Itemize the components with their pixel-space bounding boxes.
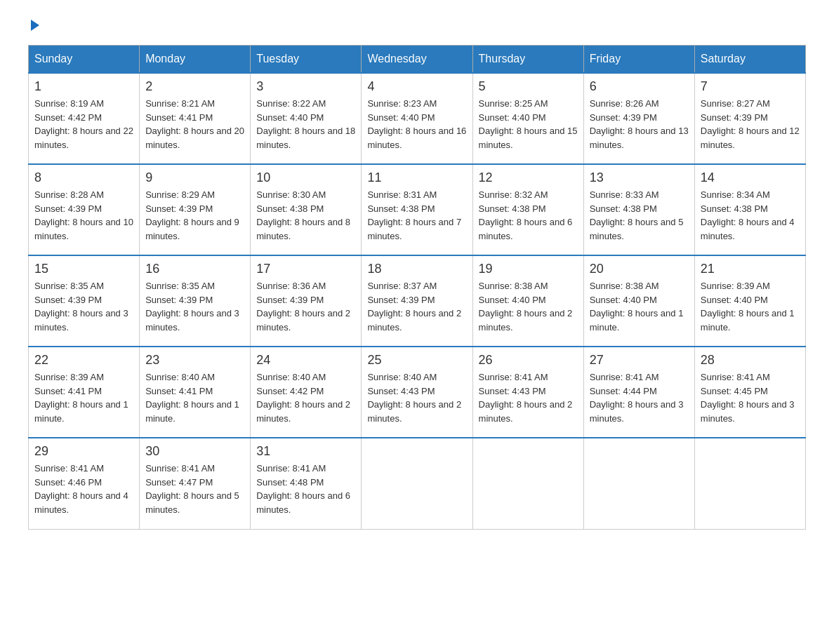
calendar-cell: 31 Sunrise: 8:41 AM Sunset: 4:48 PM Dayl…: [251, 438, 362, 529]
day-info: Sunrise: 8:36 AM Sunset: 4:39 PM Dayligh…: [256, 279, 355, 334]
calendar-cell: 6 Sunrise: 8:26 AM Sunset: 4:39 PM Dayli…: [583, 73, 694, 164]
day-number: 25: [367, 353, 466, 368]
day-number: 9: [145, 170, 244, 185]
calendar-cell: [694, 438, 805, 529]
day-number: 8: [34, 170, 133, 185]
calendar-cell: 20 Sunrise: 8:38 AM Sunset: 4:40 PM Dayl…: [583, 255, 694, 347]
calendar-cell: 5 Sunrise: 8:25 AM Sunset: 4:40 PM Dayli…: [472, 73, 583, 164]
day-info: Sunrise: 8:27 AM Sunset: 4:39 PM Dayligh…: [701, 97, 800, 152]
column-header-saturday: Saturday: [694, 46, 805, 74]
calendar-cell: 13 Sunrise: 8:33 AM Sunset: 4:38 PM Dayl…: [583, 164, 694, 255]
day-info: Sunrise: 8:19 AM Sunset: 4:42 PM Dayligh…: [34, 97, 133, 152]
day-number: 24: [256, 353, 355, 368]
calendar-cell: 10 Sunrise: 8:30 AM Sunset: 4:38 PM Dayl…: [251, 164, 362, 255]
calendar-cell: [583, 438, 694, 529]
logo: [28, 21, 39, 31]
day-info: Sunrise: 8:26 AM Sunset: 4:39 PM Dayligh…: [590, 97, 689, 152]
day-info: Sunrise: 8:29 AM Sunset: 4:39 PM Dayligh…: [145, 188, 244, 243]
day-number: 10: [256, 170, 355, 185]
calendar-cell: 16 Sunrise: 8:35 AM Sunset: 4:39 PM Dayl…: [140, 255, 251, 347]
day-number: 29: [34, 444, 133, 459]
calendar-cell: 1 Sunrise: 8:19 AM Sunset: 4:42 PM Dayli…: [29, 73, 140, 164]
calendar-cell: 14 Sunrise: 8:34 AM Sunset: 4:38 PM Dayl…: [694, 164, 805, 255]
page-header: [28, 21, 806, 31]
day-info: Sunrise: 8:39 AM Sunset: 4:40 PM Dayligh…: [701, 279, 800, 334]
calendar-cell: 4 Sunrise: 8:23 AM Sunset: 4:40 PM Dayli…: [362, 73, 472, 164]
day-number: 11: [367, 170, 466, 185]
calendar-cell: 22 Sunrise: 8:39 AM Sunset: 4:41 PM Dayl…: [29, 347, 140, 438]
column-header-monday: Monday: [140, 46, 251, 74]
day-number: 5: [479, 79, 578, 94]
column-header-wednesday: Wednesday: [362, 46, 472, 74]
day-info: Sunrise: 8:38 AM Sunset: 4:40 PM Dayligh…: [479, 279, 578, 334]
day-info: Sunrise: 8:28 AM Sunset: 4:39 PM Dayligh…: [34, 188, 133, 243]
day-number: 6: [590, 79, 689, 94]
column-header-friday: Friday: [583, 46, 694, 74]
day-number: 19: [479, 262, 578, 276]
day-number: 31: [256, 444, 355, 459]
calendar-week-row: 29 Sunrise: 8:41 AM Sunset: 4:46 PM Dayl…: [29, 438, 806, 529]
day-number: 12: [479, 170, 578, 185]
day-info: Sunrise: 8:33 AM Sunset: 4:38 PM Dayligh…: [590, 188, 689, 243]
day-info: Sunrise: 8:41 AM Sunset: 4:47 PM Dayligh…: [145, 462, 244, 516]
calendar-cell: 19 Sunrise: 8:38 AM Sunset: 4:40 PM Dayl…: [472, 255, 583, 347]
calendar-cell: 15 Sunrise: 8:35 AM Sunset: 4:39 PM Dayl…: [29, 255, 140, 347]
day-number: 17: [256, 262, 355, 276]
calendar-cell: 17 Sunrise: 8:36 AM Sunset: 4:39 PM Dayl…: [251, 255, 362, 347]
calendar-cell: 3 Sunrise: 8:22 AM Sunset: 4:40 PM Dayli…: [251, 73, 362, 164]
day-number: 16: [145, 262, 244, 276]
calendar-cell: 26 Sunrise: 8:41 AM Sunset: 4:43 PM Dayl…: [472, 347, 583, 438]
day-number: 2: [145, 79, 244, 94]
calendar-cell: 21 Sunrise: 8:39 AM Sunset: 4:40 PM Dayl…: [694, 255, 805, 347]
day-number: 1: [34, 79, 133, 94]
day-info: Sunrise: 8:38 AM Sunset: 4:40 PM Dayligh…: [590, 279, 689, 334]
column-header-tuesday: Tuesday: [251, 46, 362, 74]
day-info: Sunrise: 8:25 AM Sunset: 4:40 PM Dayligh…: [479, 97, 578, 152]
calendar-cell: 2 Sunrise: 8:21 AM Sunset: 4:41 PM Dayli…: [140, 73, 251, 164]
day-number: 14: [701, 170, 800, 185]
calendar-cell: 27 Sunrise: 8:41 AM Sunset: 4:44 PM Dayl…: [583, 347, 694, 438]
calendar-table: SundayMondayTuesdayWednesdayThursdayFrid…: [28, 45, 806, 530]
calendar-week-row: 8 Sunrise: 8:28 AM Sunset: 4:39 PM Dayli…: [29, 164, 806, 255]
day-info: Sunrise: 8:30 AM Sunset: 4:38 PM Dayligh…: [256, 188, 355, 243]
day-info: Sunrise: 8:37 AM Sunset: 4:39 PM Dayligh…: [367, 279, 466, 334]
calendar-cell: 23 Sunrise: 8:40 AM Sunset: 4:41 PM Dayl…: [140, 347, 251, 438]
calendar-week-row: 1 Sunrise: 8:19 AM Sunset: 4:42 PM Dayli…: [29, 73, 806, 164]
calendar-cell: 30 Sunrise: 8:41 AM Sunset: 4:47 PM Dayl…: [140, 438, 251, 529]
calendar-cell: 18 Sunrise: 8:37 AM Sunset: 4:39 PM Dayl…: [362, 255, 472, 347]
day-number: 18: [367, 262, 466, 276]
calendar-cell: 28 Sunrise: 8:41 AM Sunset: 4:45 PM Dayl…: [694, 347, 805, 438]
calendar-cell: 29 Sunrise: 8:41 AM Sunset: 4:46 PM Dayl…: [29, 438, 140, 529]
day-number: 27: [590, 353, 689, 368]
day-info: Sunrise: 8:34 AM Sunset: 4:38 PM Dayligh…: [701, 188, 800, 243]
calendar-cell: 7 Sunrise: 8:27 AM Sunset: 4:39 PM Dayli…: [694, 73, 805, 164]
day-number: 4: [367, 79, 466, 94]
calendar-cell: [362, 438, 472, 529]
day-info: Sunrise: 8:41 AM Sunset: 4:44 PM Dayligh…: [590, 370, 689, 425]
day-info: Sunrise: 8:35 AM Sunset: 4:39 PM Dayligh…: [145, 279, 244, 334]
calendar-cell: 24 Sunrise: 8:40 AM Sunset: 4:42 PM Dayl…: [251, 347, 362, 438]
day-info: Sunrise: 8:41 AM Sunset: 4:43 PM Dayligh…: [479, 370, 578, 425]
calendar-cell: 25 Sunrise: 8:40 AM Sunset: 4:43 PM Dayl…: [362, 347, 472, 438]
day-info: Sunrise: 8:22 AM Sunset: 4:40 PM Dayligh…: [256, 97, 355, 152]
calendar-header-row: SundayMondayTuesdayWednesdayThursdayFrid…: [29, 46, 806, 74]
day-number: 26: [479, 353, 578, 368]
day-number: 7: [701, 79, 800, 94]
logo-arrow-icon: [31, 20, 39, 31]
calendar-cell: 9 Sunrise: 8:29 AM Sunset: 4:39 PM Dayli…: [140, 164, 251, 255]
day-info: Sunrise: 8:31 AM Sunset: 4:38 PM Dayligh…: [367, 188, 466, 243]
calendar-week-row: 22 Sunrise: 8:39 AM Sunset: 4:41 PM Dayl…: [29, 347, 806, 438]
day-info: Sunrise: 8:39 AM Sunset: 4:41 PM Dayligh…: [34, 370, 133, 425]
calendar-cell: [472, 438, 583, 529]
day-info: Sunrise: 8:40 AM Sunset: 4:43 PM Dayligh…: [367, 370, 466, 425]
day-number: 21: [701, 262, 800, 276]
day-info: Sunrise: 8:23 AM Sunset: 4:40 PM Dayligh…: [367, 97, 466, 152]
calendar-cell: 8 Sunrise: 8:28 AM Sunset: 4:39 PM Dayli…: [29, 164, 140, 255]
day-number: 28: [701, 353, 800, 368]
day-info: Sunrise: 8:41 AM Sunset: 4:45 PM Dayligh…: [701, 370, 800, 425]
day-info: Sunrise: 8:40 AM Sunset: 4:42 PM Dayligh…: [256, 370, 355, 425]
logo-blue-text: [28, 21, 39, 31]
day-info: Sunrise: 8:21 AM Sunset: 4:41 PM Dayligh…: [145, 97, 244, 152]
day-info: Sunrise: 8:41 AM Sunset: 4:46 PM Dayligh…: [34, 462, 133, 516]
day-info: Sunrise: 8:41 AM Sunset: 4:48 PM Dayligh…: [256, 462, 355, 516]
